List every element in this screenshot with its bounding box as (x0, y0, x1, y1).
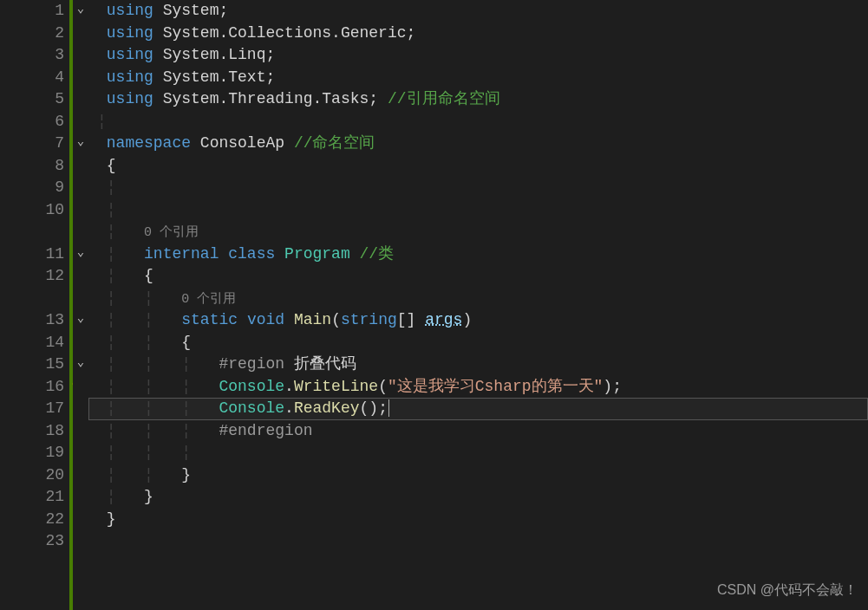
line-number: 23 (0, 530, 64, 553)
brace: { (107, 157, 116, 174)
code-line[interactable]: ¦ (88, 177, 868, 199)
code-line[interactable]: using System.Text; (88, 67, 868, 89)
identifier: Tasks (322, 90, 369, 107)
code-line[interactable]: ¦ ¦ { (88, 332, 868, 354)
punct: ; (265, 46, 275, 63)
line-number: 13 (0, 309, 64, 332)
region-name: 折叠代码 (294, 355, 356, 373)
code-line[interactable]: ¦ ¦ ¦ Console.WriteLine("这是我学习Csharp的第一天… (88, 376, 868, 399)
punct: . (219, 68, 228, 86)
code-line[interactable]: namespace ConsoleAp //命名空间 (88, 133, 868, 155)
identifier: Collections (228, 24, 331, 42)
brace: { (144, 267, 153, 284)
line-number (0, 221, 64, 243)
references-count[interactable]: 0 个引用 (181, 292, 236, 307)
code-area: 1 2 3 4 5 6 7 8 9 10 11 12 13 14 15 16 1… (0, 0, 868, 610)
comment: //命名空间 (294, 134, 375, 152)
brace: { (181, 334, 191, 351)
code-line[interactable]: ¦ ¦ ¦ Console.ReadKey(); (88, 398, 868, 420)
type: string (341, 311, 397, 328)
punct: [] (397, 311, 416, 328)
code-line[interactable]: ¦ (88, 199, 868, 222)
chevron-down-icon[interactable]: ⌄ (73, 133, 88, 148)
endregion-directive: #endregion (219, 422, 312, 439)
punct: ( (360, 399, 369, 417)
line-number: 5 (0, 88, 64, 111)
region-directive: #region (219, 355, 284, 373)
line-number (0, 288, 64, 310)
line-number: 4 (0, 67, 64, 89)
keyword: using (107, 46, 153, 63)
line-number: 16 (0, 376, 64, 399)
code-line[interactable] (88, 530, 868, 553)
text-cursor (388, 399, 389, 417)
watermark: CSDN @代码不会敲！ (717, 581, 858, 600)
chevron-down-icon[interactable]: ⌄ (73, 354, 88, 369)
code-line[interactable]: { (88, 155, 868, 178)
code-line[interactable]: using System.Collections.Generic; (88, 23, 868, 45)
punct: ; (219, 2, 228, 19)
code-content[interactable]: using System; using System.Collections.G… (88, 0, 868, 610)
keyword: internal (144, 245, 219, 263)
identifier: System (163, 46, 219, 63)
line-number: 3 (0, 44, 64, 67)
code-line[interactable]: using System.Linq; (88, 44, 868, 67)
identifier: ConsoleAp (200, 134, 284, 152)
punct: ( (331, 311, 341, 328)
code-line[interactable]: ¦ (88, 111, 868, 133)
keyword: namespace (107, 134, 191, 152)
punct: ; (378, 399, 388, 417)
keyword: using (107, 24, 153, 42)
code-line[interactable]: ¦ ¦ ¦ #region 折叠代码 (88, 354, 868, 376)
brace: } (107, 510, 116, 528)
line-number: 11 (0, 243, 64, 266)
code-line[interactable]: ¦ ¦ } (88, 464, 868, 487)
punct: ( (378, 378, 388, 395)
identifier: System (163, 90, 219, 107)
code-line[interactable]: ¦ ¦ ¦ (88, 442, 868, 464)
identifier: Text (228, 68, 265, 86)
references-count[interactable]: 0 个引用 (144, 225, 199, 240)
line-number: 17 (0, 398, 64, 420)
code-line[interactable]: ¦ ¦ ¦ #endregion (88, 420, 868, 443)
keyword: static (181, 311, 238, 328)
fold-column: ⌄ ⌄ ⌄ ⌄ ⌄ (73, 0, 88, 610)
identifier: Linq (228, 46, 265, 63)
code-line[interactable]: ¦ ¦ static void Main(string[] args) (88, 309, 868, 332)
punct: . (219, 24, 228, 42)
identifier: System (163, 24, 219, 42)
code-line[interactable]: } (88, 509, 868, 531)
method-name: Main (294, 311, 331, 328)
class-name: Program (284, 245, 350, 263)
code-line[interactable]: using System.Threading.Tasks; //引用命名空间 (88, 88, 868, 111)
chevron-down-icon[interactable]: ⌄ (73, 1, 88, 16)
punct: ; (612, 378, 622, 395)
codelens[interactable]: ¦ 0 个引用 (88, 221, 868, 243)
punct: . (312, 90, 322, 107)
line-number: 10 (0, 199, 64, 222)
keyword: void (247, 311, 284, 328)
keyword: using (107, 2, 153, 19)
brace: } (144, 488, 153, 505)
punct: ) (603, 378, 612, 395)
codelens[interactable]: ¦ ¦ 0 个引用 (88, 288, 868, 310)
chevron-down-icon[interactable]: ⌄ (73, 244, 88, 259)
identifier: System (163, 2, 219, 19)
line-number-gutter: 1 2 3 4 5 6 7 8 9 10 11 12 13 14 15 16 1… (0, 0, 69, 610)
code-line[interactable]: ¦ } (88, 486, 868, 509)
chevron-down-icon[interactable]: ⌄ (73, 310, 88, 325)
punct: . (284, 378, 294, 395)
code-line[interactable]: ¦ internal class Program //类 (88, 243, 868, 266)
line-number: 1 (0, 0, 64, 23)
code-line[interactable]: using System; (88, 0, 868, 23)
line-number: 18 (0, 420, 64, 443)
class-name: Console (219, 399, 284, 417)
punct: ; (265, 68, 275, 86)
line-number: 20 (0, 464, 64, 487)
method-name: WriteLine (294, 378, 378, 395)
line-number: 2 (0, 23, 64, 45)
code-editor: 1 2 3 4 5 6 7 8 9 10 11 12 13 14 15 16 1… (0, 0, 868, 610)
identifier: Threading (228, 90, 312, 107)
identifier: Generic (341, 24, 407, 42)
code-line[interactable]: ¦ { (88, 265, 868, 288)
